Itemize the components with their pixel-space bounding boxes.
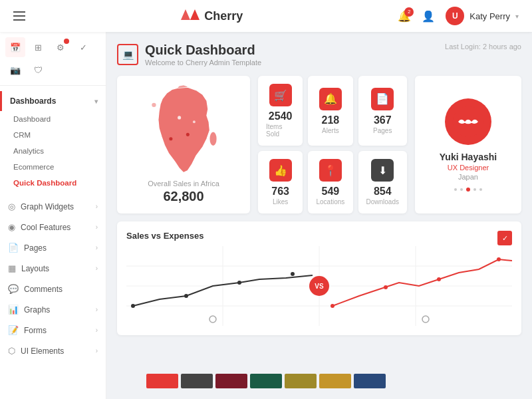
pages-value: 367 [374,114,392,126]
sidebar-item-ecommerce[interactable]: Ecommerce [0,159,106,175]
page-header-icon: 💻 [117,44,138,65]
svg-point-6 [169,137,172,140]
page-header-text: Quick Dashboard Welcome to Cherry Admin … [145,43,261,66]
navbar: Cherry 🔔 2 👤 U Katy Perry ▾ [0,0,532,32]
sidebar-icon-calendar[interactable]: 📅 [5,37,25,57]
sidebar-item-layouts[interactable]: ▦ Layouts › [0,258,106,279]
africa-map-svg [125,84,242,177]
swatch-orange [319,374,351,388]
dot-5 [479,188,482,191]
map-label: Overall Sales in Africa [125,180,242,188]
content-area: 💻 Quick Dashboard Welcome to Cherry Admi… [106,32,532,399]
profile-decoration [454,188,482,192]
locations-value: 549 [322,186,340,198]
navbar-right: 🔔 2 👤 U Katy Perry ▾ [398,7,519,25]
map-card: Overall Sales in Africa 62,800 [117,76,250,213]
graph-widgets-chevron: › [96,203,98,210]
svg-point-15 [131,304,135,308]
svg-point-17 [237,281,241,285]
profile-avatar [445,98,491,145]
mustache-icon [452,105,485,138]
profile-card: Yuki Hayashi UX Designer Japan [415,76,521,213]
notification-bell[interactable]: 🔔 2 [398,10,411,23]
locations-icon: 📍 [319,159,342,182]
user-notifications[interactable]: 👤 [422,10,435,23]
africa-map [125,84,242,177]
alerts-icon: 🔔 [319,88,342,110]
svg-point-18 [291,272,295,276]
swatch-darkred [215,374,247,388]
sidebar-icon-camera[interactable]: 📷 [5,60,25,80]
page-header: 💻 Quick Dashboard Welcome to Cherry Admi… [117,43,521,66]
brand-name: Cherry [204,9,243,23]
svg-point-2 [209,132,216,146]
ui-elements-chevron: › [96,347,98,354]
sidebar-item-forms[interactable]: 📝 Forms › [0,320,106,340]
downloads-value: 854 [374,186,392,198]
sidebar-item-dashboard[interactable]: Dashboard [0,111,106,127]
pages-icon: 📄 [8,243,19,253]
hamburger-menu[interactable] [13,11,25,21]
profile-name: Yuki Hayashi [440,152,497,162]
sidebar-item-cool-features[interactable]: ◉ Cool Features › [0,217,106,237]
svg-point-19 [209,316,216,323]
pages-chevron: › [96,244,98,251]
svg-point-23 [497,257,501,261]
sidebar-item-comments[interactable]: 💬 Comments [0,279,106,299]
svg-point-22 [437,277,441,281]
alerts-label: Alerts [322,127,339,134]
swatch-blue [354,374,386,388]
sidebar-item-pages[interactable]: 📄 Pages › [0,237,106,258]
sidebar-icon-grid[interactable]: ⊞ [28,37,48,57]
user-menu[interactable]: U Katy Perry ▾ [446,7,519,25]
stats-grid: 🛒 2540 Items Sold 🔔 218 Alerts 📄 367 Pag… [258,76,407,213]
cards-row: Overall Sales in Africa 62,800 🛒 2540 It… [117,76,521,213]
dot-3 [466,188,470,192]
downloads-icon: ⬇ [371,159,394,182]
sidebar-icon-check[interactable]: ✓ [73,37,93,57]
sidebar-item-ui-elements[interactable]: ⬡ UI Elements › [0,340,106,361]
sidebar-section-dashboards[interactable]: Dashboards ▾ [0,91,106,111]
likes-label: Likes [273,198,288,205]
sidebar-item-analytics[interactable]: Analytics [0,143,106,159]
sidebar-item-graph-widgets[interactable]: ◎ Graph Widgets › [0,196,106,217]
svg-point-16 [184,294,188,298]
ui-elements-icon: ⬡ [8,346,15,356]
stat-likes: 👍 763 Likes [258,151,303,213]
sidebar-icon-shield[interactable]: 🛡 [28,60,48,80]
sidebar-section-label: Dashboards [10,96,56,106]
svg-point-5 [186,133,190,136]
sidebar-section-chevron: ▾ [94,98,98,105]
main-layout: 📅 ⊞ ⚙ ✓ 📷 🛡 Dashboards ▾ Dashboard CRM A… [0,32,532,399]
map-value: 62,800 [125,189,242,204]
vs-badge: VS [309,276,329,296]
downloads-label: Downloads [366,198,399,205]
navbar-left [13,11,25,21]
sidebar-icon-settings[interactable]: ⚙ [51,37,70,57]
sidebar-item-quick-dashboard[interactable]: Quick Dashboard [0,175,106,191]
sidebar-item-crm[interactable]: CRM [0,127,106,143]
chart-title: Sales vs Expenses [126,231,512,241]
sidebar-item-graphs[interactable]: 📊 Graphs › [0,299,106,320]
svg-point-21 [384,285,388,289]
pages-stat-icon: 📄 [371,88,394,110]
stat-locations: 📍 549 Locations [308,151,352,213]
user-avatar: U [446,7,464,25]
sidebar-nav-list: ◎ Graph Widgets › ◉ Cool Features › 📄 Pa… [0,196,106,361]
pages-label: Pages [373,127,392,134]
brand-logo-icon [180,8,200,24]
last-login: Last Login: 2 hours ago [445,43,521,51]
svg-marker-0 [181,9,190,20]
color-swatches [146,374,386,388]
items-sold-label: Items Sold [266,123,295,138]
forms-chevron: › [96,327,98,334]
page-subtitle: Welcome to Cherry Admin Template [145,59,261,66]
stat-downloads: ⬇ 854 Downloads [358,151,407,213]
svg-marker-1 [190,9,200,20]
sidebar-icon-bar: 📅 ⊞ ⚙ ✓ 📷 🛡 [0,32,106,86]
settings-badge [64,39,69,44]
items-sold-icon: 🛒 [269,84,292,106]
graphs-chevron: › [96,306,98,313]
chart-checkbox[interactable]: ✓ [497,231,512,245]
svg-point-4 [178,116,181,119]
